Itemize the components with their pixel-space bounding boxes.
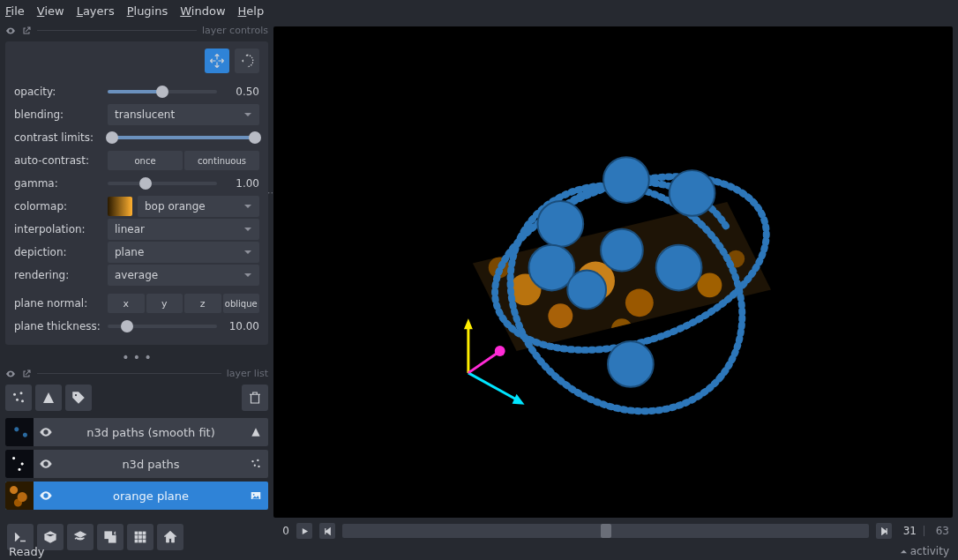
dim-axis-label: 0 — [277, 525, 289, 537]
contrast-limits-label: contrast limits: — [14, 131, 102, 144]
layer-name: n3d paths (smooth fit) — [58, 426, 243, 439]
plane-thickness-value: 10.00 — [222, 320, 259, 332]
layer-visibility-toggle[interactable] — [34, 425, 58, 439]
chevron-down-icon — [243, 271, 252, 280]
layer-visibility-toggle[interactable] — [34, 457, 58, 471]
svg-point-41 — [608, 341, 654, 387]
eye-icon[interactable] — [5, 26, 16, 36]
menu-file[interactable]: File — [5, 4, 25, 18]
status-text: Ready — [9, 545, 44, 558]
colormap-dropdown[interactable]: bop orange — [138, 196, 259, 217]
layer-name: n3d paths — [58, 458, 243, 471]
svg-point-42 — [567, 271, 606, 310]
roll-dims-button[interactable] — [67, 524, 94, 550]
menu-layers[interactable]: Layers — [77, 4, 115, 18]
layer-list-header: layer list — [5, 368, 268, 379]
dim-max-value: 63 — [932, 525, 949, 537]
new-labels-layer-button[interactable] — [65, 385, 92, 411]
contrast-limits-slider[interactable] — [108, 136, 259, 139]
layer-controls-title: layer controls — [202, 25, 268, 36]
layer-controls-panel: ⋮ opacity: 0.50 blending: trans — [5, 41, 268, 345]
layer-controls-header: layer controls — [5, 25, 268, 36]
rendering-dropdown[interactable]: average — [108, 265, 259, 286]
svg-rect-12 — [109, 536, 116, 543]
opacity-label: opacity: — [14, 86, 102, 98]
blending-dropdown[interactable]: translucent — [108, 104, 259, 125]
plane-normal-oblique-button[interactable]: oblique — [223, 294, 260, 313]
menu-view[interactable]: View — [37, 4, 64, 18]
svg-rect-21 — [143, 540, 146, 542]
layer-item[interactable]: n3d paths — [5, 450, 268, 478]
menu-help[interactable]: Help — [238, 4, 265, 18]
layer-visibility-toggle[interactable] — [34, 489, 58, 503]
layer-name: orange plane — [58, 489, 243, 503]
layer-list: n3d paths (smooth fit) n3d paths orange … — [5, 418, 268, 510]
dim-step-left-button[interactable] — [319, 523, 335, 539]
new-points-layer-button[interactable] — [5, 385, 32, 411]
colormap-label: colormap: — [14, 200, 102, 213]
chevron-down-icon — [243, 202, 252, 211]
chevron-down-icon — [243, 110, 252, 119]
svg-point-48 — [495, 346, 505, 356]
gamma-label: gamma: — [14, 177, 102, 190]
popout-icon[interactable] — [21, 369, 32, 379]
menubar: File View Layers Plugins Window Help — [0, 0, 958, 21]
auto-contrast-label: auto-contrast: — [14, 154, 102, 167]
layer-list-title: layer list — [227, 368, 268, 379]
plane-normal-label: plane normal: — [14, 297, 102, 310]
opacity-value: 0.50 — [222, 86, 259, 98]
auto-contrast-continuous-button[interactable]: continuous — [184, 151, 259, 170]
menu-window[interactable]: Window — [180, 4, 225, 18]
dim-slider-row: 0 31 63 — [273, 518, 953, 542]
transform-tool-button[interactable] — [235, 49, 259, 73]
plane-normal-z-button[interactable]: z — [184, 294, 221, 313]
svg-line-45 — [468, 373, 520, 401]
plane-normal-y-button[interactable]: y — [146, 294, 183, 313]
plane-thickness-slider[interactable] — [108, 325, 217, 328]
opacity-slider[interactable] — [108, 90, 217, 93]
layer-list-tools — [5, 385, 268, 411]
delete-layer-button[interactable] — [242, 385, 268, 411]
svg-point-4 — [75, 394, 77, 396]
dim-play-button[interactable] — [296, 523, 312, 539]
viewer-buttons — [5, 520, 268, 554]
transpose-dims-button[interactable] — [97, 524, 123, 550]
pan-zoom-tool-button[interactable] — [205, 49, 229, 73]
svg-point-31 — [611, 318, 632, 340]
auto-contrast-once-button[interactable]: once — [108, 151, 183, 170]
dim-slider[interactable] — [342, 524, 869, 538]
layer-type-image-icon — [243, 489, 268, 502]
dim-step-right-button[interactable] — [876, 523, 892, 539]
plane-normal-x-button[interactable]: x — [108, 294, 145, 313]
interpolation-dropdown[interactable]: linear — [108, 219, 259, 240]
layer-item[interactable]: orange plane — [5, 482, 268, 510]
canvas[interactable] — [273, 26, 953, 518]
dim-current-value: 31 — [899, 525, 917, 537]
gamma-slider[interactable] — [108, 182, 217, 185]
panel-resize-handle-icon[interactable]: • • • — [5, 350, 268, 362]
popout-icon[interactable] — [21, 26, 32, 36]
grid-mode-button[interactable] — [127, 524, 153, 550]
chevron-up-icon — [900, 548, 908, 556]
svg-point-3 — [21, 399, 24, 402]
svg-point-2 — [16, 399, 19, 401]
layer-item[interactable]: n3d paths (smooth fit) — [5, 418, 268, 446]
menu-plugins[interactable]: Plugins — [127, 4, 168, 18]
svg-rect-18 — [143, 536, 146, 539]
svg-marker-44 — [464, 318, 473, 329]
layer-type-shapes-icon — [243, 426, 268, 438]
left-sidebar: layer controls ⋮ opacity: 0.50 bl — [0, 21, 273, 542]
svg-rect-17 — [139, 536, 142, 539]
depiction-dropdown[interactable]: plane — [108, 242, 259, 263]
eye-icon[interactable] — [5, 369, 16, 379]
svg-point-7 — [254, 465, 256, 467]
chevron-down-icon — [243, 248, 252, 257]
activity-button[interactable]: activity — [900, 545, 949, 557]
svg-rect-13 — [135, 532, 138, 534]
reset-view-button[interactable] — [157, 524, 183, 550]
layer-thumbnail — [5, 418, 34, 446]
new-shapes-layer-button[interactable] — [35, 385, 62, 411]
depiction-label: depiction: — [14, 246, 102, 258]
layer-thumbnail — [5, 482, 34, 510]
svg-rect-19 — [135, 540, 138, 542]
